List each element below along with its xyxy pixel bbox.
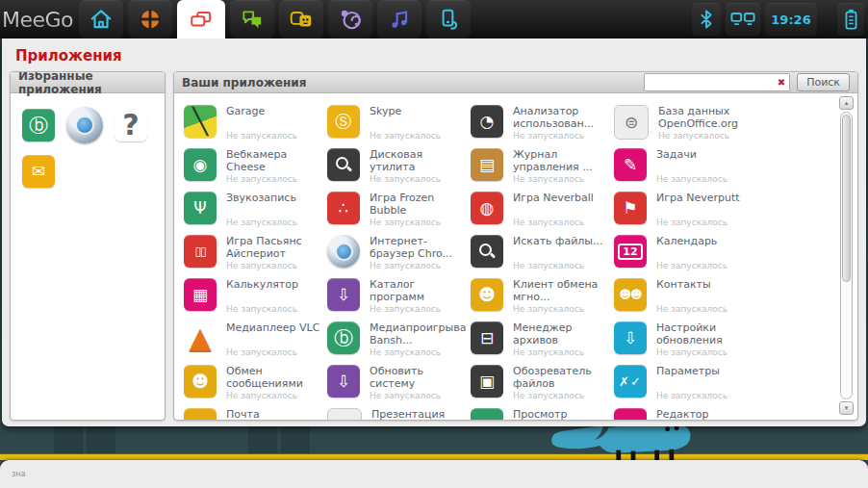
tab-status[interactable] — [230, 0, 274, 39]
displays-button[interactable] — [726, 3, 760, 36]
search-box: ✖ — [644, 73, 790, 91]
app-name: База данных OpenOffice.org — [658, 105, 754, 130]
app-icon — [327, 148, 360, 181]
app-item[interactable]: ▥РедакторНе запускалось — [614, 408, 757, 421]
mail-favorite[interactable]: ✉ — [18, 151, 59, 192]
app-name: Презентация — [371, 408, 468, 421]
app-item[interactable]: ▣Обозреватель файловНе запускалось — [471, 365, 614, 408]
app-item[interactable]: ☻Обмен сообщениямиНе запускалось — [184, 365, 327, 408]
app-item[interactable]: ⇩Настройки обновленияНе запускалось — [614, 321, 757, 365]
app-icon: ▣ — [471, 365, 503, 398]
app-item[interactable]: ▯▯Игра Пасьянс АйспериотНе запускалось — [184, 235, 327, 278]
people-icon — [289, 7, 314, 32]
app-item[interactable]: ⇩Обновить системуНе запускалось — [327, 365, 471, 408]
search-input[interactable] — [645, 75, 776, 90]
tab-applications[interactable] — [177, 0, 225, 39]
app-name: Задачи — [656, 148, 753, 173]
app-icon: 12 — [614, 235, 647, 268]
app-item[interactable]: ⓑМедиапроигрыватель Bansh...Не запускало… — [327, 321, 471, 365]
taskbar-text: зна — [12, 470, 25, 478]
media-icon — [387, 7, 412, 32]
battery-button[interactable] — [837, 3, 864, 36]
clock-time: 19:26 — [771, 13, 810, 27]
tab-myzone[interactable] — [79, 0, 123, 39]
app-item[interactable]: ╲GarageНе запускалось — [184, 105, 327, 148]
search-button[interactable]: Поиск — [797, 73, 850, 91]
tab-people[interactable] — [279, 0, 323, 39]
app-name: Skype — [370, 105, 466, 130]
app-icon: ⚑ — [614, 192, 647, 224]
app-item[interactable]: ◉Вебкамера CheeseНе запускалось — [184, 148, 327, 192]
app-status: Не запускалось — [226, 391, 322, 400]
app-item[interactable]: ▤Журнал управления ...Не запускалось — [471, 148, 614, 192]
app-item[interactable]: 12КалендарьНе запускалось — [614, 235, 757, 278]
internet-icon — [338, 7, 363, 32]
help-favorite[interactable]: ? — [111, 105, 151, 145]
app-name: Анализатор использован... — [513, 105, 609, 130]
app-item[interactable]: ✎ЗадачиНе запускалось — [614, 148, 757, 192]
page-title: Приложения — [2, 39, 866, 71]
app-item[interactable]: Интернет-браузер Chro...Не запускалось — [327, 235, 471, 278]
app-item[interactable]: ΨЗвукозаписьНе запускалось — [184, 192, 327, 235]
app-item[interactable]: Дисковая утилитаНе запускалось — [327, 148, 471, 192]
app-icon: ☻☻ — [614, 278, 647, 311]
chromium-favorite[interactable] — [64, 105, 105, 145]
app-status: Не запускалось — [226, 304, 322, 314]
app-item[interactable]: ◫ПросмотрНе запускалось — [471, 408, 614, 421]
scrollbar-thumb[interactable] — [842, 115, 851, 282]
app-status: Не запускалось — [370, 347, 466, 357]
app-item[interactable]: Искать файлы...Не запускалось — [471, 235, 614, 278]
app-name: Garage — [226, 105, 322, 130]
tab-devices[interactable] — [426, 0, 471, 39]
app-icon: ⊟ — [471, 321, 503, 354]
app-name: Календарь — [656, 235, 753, 260]
app-item[interactable]: ◩ПрезентацияНе запускалось — [327, 408, 471, 421]
banshee-favorite[interactable]: ⓑ — [18, 105, 59, 145]
mail-icon: ✉ — [22, 155, 55, 188]
app-status: Не запускалось — [658, 131, 754, 141]
clear-search-icon[interactable]: ✖ — [778, 76, 785, 89]
app-item[interactable]: ∴Игра Frozen BubbleНе запускалось — [327, 192, 471, 235]
app-item[interactable]: ▲Медиаплеер VLCНе запускалось — [184, 321, 327, 365]
tab-media[interactable] — [377, 0, 421, 39]
scrollbar: ▴ ▾ — [839, 96, 854, 415]
app-item[interactable]: ▦КалькуляторНе запускалось — [184, 278, 327, 321]
app-name: Вебкамера Cheese — [226, 148, 322, 173]
displays-icon — [730, 11, 755, 28]
bluetooth-button[interactable] — [692, 3, 721, 36]
app-item[interactable]: ⓈSkypeНе запускалось — [327, 105, 471, 148]
tab-internet[interactable] — [328, 0, 372, 39]
app-item[interactable]: ✉ПочтаНе запускалось — [184, 408, 327, 421]
app-icon: Ψ — [184, 192, 217, 224]
app-item[interactable]: ⚑Игра NeverputtНе запускалось — [614, 192, 757, 235]
app-icon: ✉ — [184, 408, 217, 421]
apps-grid: ╲GarageНе запускалосьⓈSkypeНе запускалос… — [174, 93, 857, 421]
app-name: Обозреватель файлов — [513, 365, 609, 390]
clock-button[interactable]: 19:26 — [765, 3, 817, 36]
favorites-header-label: Избранные приложения — [18, 71, 157, 96]
app-name: Обновить систему — [370, 365, 466, 390]
home-icon — [89, 7, 114, 32]
app-icon: ◍ — [471, 192, 503, 224]
app-item[interactable]: ⊜База данных OpenOffice.orgНе запускалос… — [614, 105, 757, 148]
zones-icon — [138, 7, 163, 32]
app-name: Калькулятор — [226, 278, 322, 303]
scroll-up-button[interactable]: ▴ — [839, 96, 854, 110]
status-icon — [240, 7, 265, 32]
app-item[interactable]: ☻Клиент обмена мгно...Не запускалось — [471, 278, 614, 321]
app-icon: ⊜ — [614, 105, 649, 140]
app-item[interactable]: ⇩Каталог программНе запускалось — [327, 278, 471, 321]
app-item[interactable]: ⊟Менеджер архивовНе запускалось — [471, 321, 614, 365]
app-icon: ✎ — [614, 148, 647, 181]
app-status: Не запускалось — [370, 304, 466, 314]
app-item[interactable]: ◍Игра NeverballНе запускалось — [471, 192, 614, 235]
app-item[interactable]: ◔Анализатор использован...Не запускалось — [471, 105, 614, 148]
scrollbar-track[interactable] — [840, 112, 853, 399]
app-icon: ▯▯ — [184, 235, 217, 268]
tab-zones[interactable] — [128, 0, 172, 39]
yellow-line — [0, 453, 868, 460]
scroll-down-button[interactable]: ▾ — [839, 401, 854, 415]
app-item[interactable]: ✗✓ПараметрыНе запускалось — [614, 365, 757, 408]
app-name: Обмен сообщениями — [226, 365, 322, 390]
app-item[interactable]: ☻☻КонтактыНе запускалось — [614, 278, 757, 321]
